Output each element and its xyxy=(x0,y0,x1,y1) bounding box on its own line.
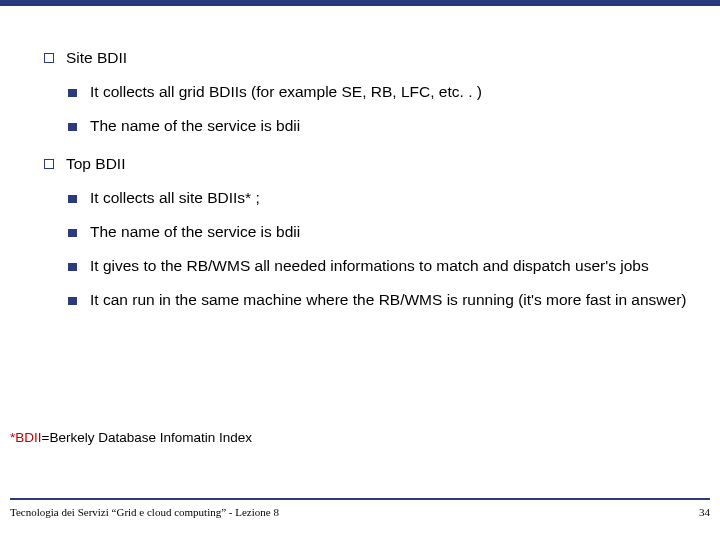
hollow-square-icon xyxy=(44,46,66,70)
list-item: It collects all site BDIIs* ; xyxy=(68,186,692,210)
list-item-text: It collects all site BDIIs* ; xyxy=(90,186,692,210)
footnote-rest: =Berkely Database Infomatin Index xyxy=(42,430,253,445)
list-item-label: Top BDII xyxy=(66,152,692,176)
hollow-square-icon xyxy=(44,152,66,176)
filled-square-icon xyxy=(68,114,90,138)
list-item: Site BDII xyxy=(44,46,692,70)
list-item-text: It can run in the same machine where the… xyxy=(90,288,692,312)
slide-content: Site BDII It collects all grid BDIIs (fo… xyxy=(28,46,692,316)
filled-square-icon xyxy=(68,220,90,244)
filled-square-icon xyxy=(68,254,90,278)
list-item-label: Site BDII xyxy=(66,46,692,70)
filled-square-icon xyxy=(68,80,90,104)
list-item: It gives to the RB/WMS all needed inform… xyxy=(68,254,692,278)
list-item: Top BDII xyxy=(44,152,692,176)
filled-square-icon xyxy=(68,186,90,210)
list-item: It can run in the same machine where the… xyxy=(68,288,692,312)
list-item-text: The name of the service is bdii xyxy=(90,220,692,244)
slide-number: 34 xyxy=(699,506,710,518)
list-item-text: It collects all grid BDIIs (for example … xyxy=(90,80,692,104)
footer-left: Tecnologia dei Servizi “Grid e cloud com… xyxy=(10,506,279,518)
footer-rule xyxy=(10,498,710,500)
filled-square-icon xyxy=(68,288,90,312)
footer: Tecnologia dei Servizi “Grid e cloud com… xyxy=(10,506,710,518)
list-item-text: It gives to the RB/WMS all needed inform… xyxy=(90,254,692,278)
list-item-text: The name of the service is bdii xyxy=(90,114,692,138)
list-item: The name of the service is bdii xyxy=(68,220,692,244)
footnote-colored: *BDII xyxy=(10,430,42,445)
footnote: *BDII=Berkely Database Infomatin Index xyxy=(10,430,252,445)
top-rule xyxy=(0,0,720,6)
list-item: The name of the service is bdii xyxy=(68,114,692,138)
list-item: It collects all grid BDIIs (for example … xyxy=(68,80,692,104)
